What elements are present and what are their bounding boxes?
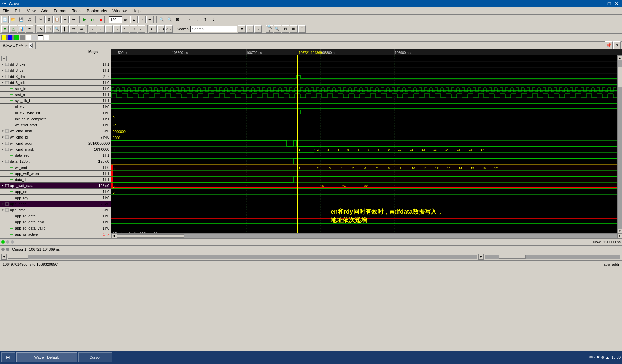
signal-row[interactable]: app_ref_ack1'h0	[0, 237, 111, 238]
search-prev[interactable]: ←	[246, 25, 254, 33]
signal-row[interactable]: ▾app_addr28'd0	[0, 201, 111, 207]
expand-icon[interactable]	[5, 87, 9, 91]
tb2-trans1[interactable]: 3←	[149, 25, 157, 33]
menu-bookmarks[interactable]: Bookmarks	[84, 8, 110, 14]
h-scrollbar[interactable]: ◀ ▶	[111, 233, 622, 238]
tb-zoom-in-btn[interactable]: 🔍	[158, 16, 165, 23]
menu-tools[interactable]: Tools	[69, 8, 84, 14]
tb2-zoom-sel[interactable]: ⊞	[290, 25, 298, 33]
tb-wave-btn1[interactable]: ↑	[186, 16, 193, 23]
maximize-button[interactable]: □	[606, 0, 613, 7]
tb2-nav1[interactable]: |←	[89, 25, 96, 33]
signal-row[interactable]: app_rd_data_valid1'h0	[0, 225, 111, 231]
signal-row[interactable]: wr_end1'h0	[0, 164, 111, 171]
tb2-cursor-btn[interactable]: ↖	[37, 25, 45, 33]
expand-icon[interactable]	[5, 153, 9, 157]
tb-zoom-fit-btn[interactable]: ⊡	[174, 16, 181, 23]
v-scrollbar[interactable]: ▲ ▼	[617, 55, 622, 233]
color-btn-yellow[interactable]	[1, 35, 7, 40]
bottom-wave-thumb[interactable]	[499, 255, 526, 259]
bottom-scroll-track[interactable]	[8, 255, 477, 259]
expand-icon[interactable]	[5, 99, 9, 103]
signal-row[interactable]: data_11'h1	[0, 177, 111, 183]
minimize-button[interactable]: ─	[598, 0, 605, 7]
signal-row[interactable]: app_sr_active1'hx	[0, 231, 111, 237]
collapse-icon[interactable]: ▾	[1, 141, 5, 145]
tb2-nav3[interactable]: →|	[105, 25, 113, 33]
expand-icon[interactable]	[5, 93, 9, 97]
signal-row[interactable]: wr_cmd_start1'h0	[0, 122, 111, 128]
color-btn-light[interactable]	[32, 35, 37, 40]
signal-row[interactable]: app_en1'h0	[0, 189, 111, 195]
expand-icon[interactable]	[5, 178, 9, 182]
scroll-right-btn[interactable]: ▶	[617, 234, 622, 238]
menu-edit[interactable]: Edit	[12, 8, 24, 14]
collapse-icon[interactable]: ▾	[1, 208, 5, 212]
tb-run2-btn[interactable]: ⏭	[89, 16, 96, 23]
signal-row[interactable]: data_req1'h1	[0, 152, 111, 158]
tb-time-go-btn[interactable]: →	[138, 16, 146, 23]
color-btn-white[interactable]	[26, 35, 31, 40]
scroll-down-btn[interactable]: ▼	[618, 229, 622, 233]
menu-view[interactable]: View	[24, 8, 38, 14]
signal-row[interactable]: ui_clk1'h0	[0, 104, 111, 110]
tb-redo-btn[interactable]: ↪	[69, 16, 77, 23]
signal-row[interactable]: ▾ddr3_cke1'h1	[0, 61, 111, 67]
expand-icon[interactable]	[5, 214, 9, 218]
collapse-icon[interactable]: ▾	[1, 62, 5, 66]
tb2-btn4[interactable]: ⋯	[26, 25, 33, 33]
signal-row[interactable]: init_calib_complete1'h1	[0, 116, 111, 122]
v-scroll-track[interactable]	[618, 60, 622, 229]
menu-format[interactable]: Format	[51, 8, 69, 14]
signal-row[interactable]: ▾wr_cmd_bl7'h40	[0, 134, 111, 140]
signal-row[interactable]: app_wdf_wren1'h1	[0, 171, 111, 177]
expand-icon[interactable]	[5, 190, 9, 194]
expand-icon[interactable]	[5, 226, 9, 230]
collapse-icon[interactable]: ▾	[1, 184, 5, 188]
expand-icon[interactable]	[5, 117, 9, 121]
start-button[interactable]: ⊞	[1, 352, 15, 362]
tb-paste-btn[interactable]: 📋	[53, 16, 61, 23]
tb-undo-btn[interactable]: ↩	[61, 16, 69, 23]
collapse-icon[interactable]: ▾	[1, 68, 5, 72]
signal-row[interactable]: ▾app_cmd3'h0	[0, 207, 111, 213]
expand-icon[interactable]	[5, 220, 9, 224]
signal-row[interactable]: app_rd_data_end1'h0	[0, 219, 111, 225]
collapse-icon[interactable]: ▾	[1, 74, 5, 79]
nav-right-btn[interactable]: ▶	[478, 254, 484, 260]
close-button[interactable]: ✕	[613, 0, 620, 7]
tb-print-btn[interactable]: 🖨	[26, 16, 33, 23]
tb2-nav6[interactable]: ⇥	[130, 25, 137, 33]
signal-row[interactable]: ▾ddr3_cs_n1'h1	[0, 67, 111, 73]
signal-row[interactable]: ▾wr_cmd_addr28'h0000000	[0, 140, 111, 146]
color-btn-green[interactable]	[13, 35, 19, 40]
scroll-up-btn[interactable]: ▲	[618, 55, 622, 60]
tb2-select-btn[interactable]: ⊡	[45, 25, 53, 33]
search-next[interactable]: →	[254, 25, 262, 33]
collapse-all-btn[interactable]: −	[1, 56, 7, 61]
tb2-nav5[interactable]: ⇤	[121, 25, 129, 33]
signal-row[interactable]: srst_n1'h1	[0, 92, 111, 98]
menu-help[interactable]: Help	[130, 8, 143, 14]
collapse-icon[interactable]: ▾	[1, 147, 5, 151]
wave-tab-close[interactable]: ✕	[29, 43, 33, 48]
h-scroll-track[interactable]	[117, 234, 617, 238]
signal-row[interactable]: ▾data_128bit128'd0	[0, 158, 111, 164]
menu-file[interactable]: File	[0, 8, 12, 14]
search-dropdown[interactable]: ▼	[238, 25, 246, 33]
tb-wave-btn3[interactable]: ⇑	[202, 16, 209, 23]
signal-row[interactable]: ▾wr_cmd_instr3'h0	[0, 128, 111, 134]
taskbar-app-btn[interactable]: Wave - Default	[16, 352, 77, 362]
tb2-zoom-fit2[interactable]: ⊠	[282, 25, 289, 33]
tb2-nav7[interactable]: ↔	[138, 25, 145, 33]
search-input[interactable]	[190, 26, 237, 32]
tb2-zoom-out2[interactable]: 🔍-	[274, 25, 281, 33]
tb2-bar-btn[interactable]: ▌	[61, 25, 69, 33]
tb2-btn3[interactable]: 📊	[18, 25, 25, 33]
expand-icon[interactable]	[5, 111, 9, 115]
tb-stop-btn[interactable]: ⏹	[97, 16, 105, 23]
tb2-wave-icon[interactable]: ≋	[78, 25, 85, 33]
bottom-scroll-thumb[interactable]	[8, 255, 28, 259]
v-scroll-thumb[interactable]	[618, 67, 622, 87]
tb2-zoom-in2[interactable]: 🔍+	[266, 25, 273, 33]
